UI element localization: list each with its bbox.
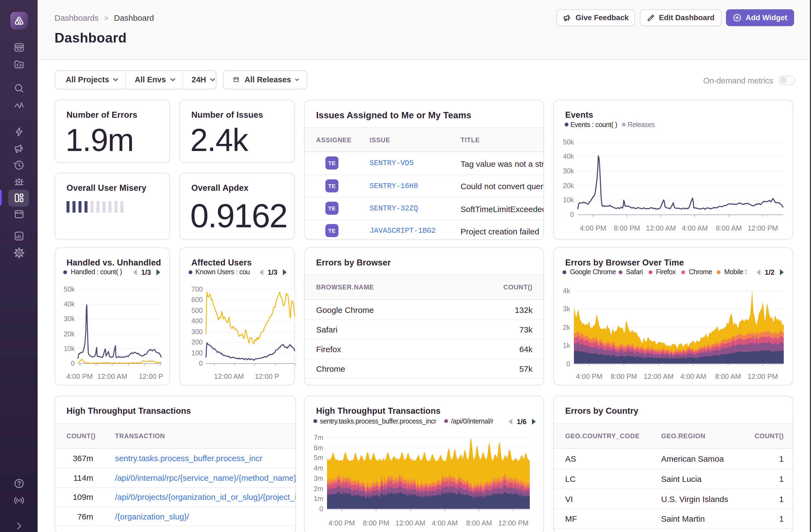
svg-text:1/6: 1/6 xyxy=(517,417,526,425)
svg-text:1/3: 1/3 xyxy=(141,268,151,276)
svg-text:1/2: 1/2 xyxy=(765,268,775,276)
svg-text:1/3: 1/3 xyxy=(267,268,277,276)
